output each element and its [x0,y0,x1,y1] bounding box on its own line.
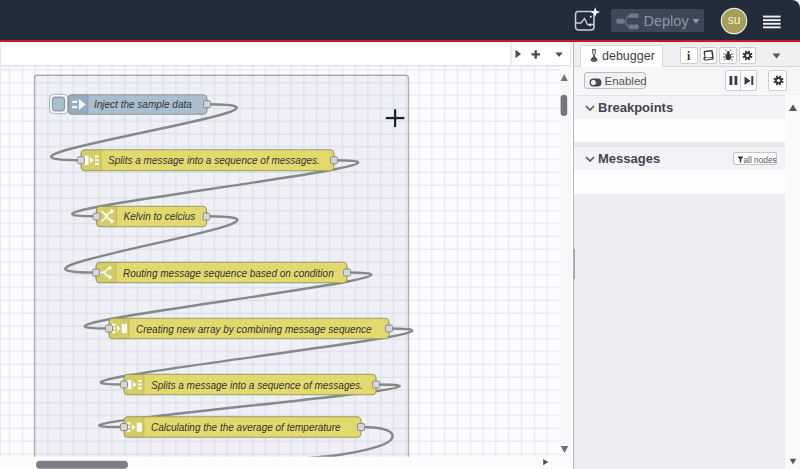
svg-text:Splits a message into a sequen: Splits a message into a sequence of mess… [108,155,320,166]
svg-text:Kelvin to celcius: Kelvin to celcius [124,211,196,222]
svg-text:Calculating the the average of: Calculating the the average of temperatu… [151,422,341,433]
svg-text:Creating new array by combinin: Creating new array by combining message … [136,324,372,335]
svg-text:Splits a message into a sequen: Splits a message into a sequence of mess… [151,380,363,391]
svg-text:Inject the sample data: Inject the sample data [94,99,192,110]
svg-text:Routing message sequence based: Routing message sequence based on condit… [123,268,334,279]
